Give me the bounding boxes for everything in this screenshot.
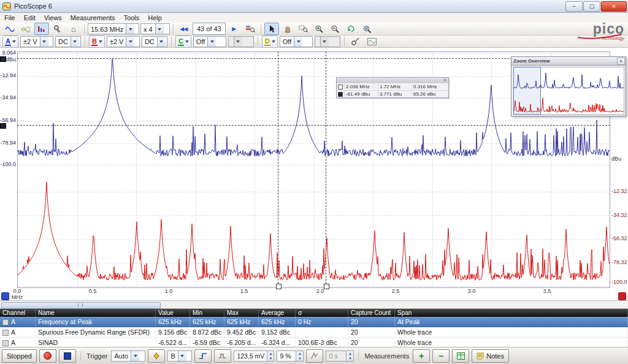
window-title: PicoScope 6: [14, 2, 52, 10]
zoom-full-icon[interactable]: [360, 23, 375, 35]
trigger-marker-icon[interactable]: [148, 349, 165, 363]
pre-trigger-field[interactable]: 9 % ▲▼: [277, 351, 304, 362]
chevron-down-icon[interactable]: [126, 37, 134, 47]
channel-a-range-dropdown[interactable]: ±2 V: [20, 36, 53, 47]
record-button[interactable]: [39, 349, 56, 363]
spectrum-range-dropdown[interactable]: 15.63 MHz: [88, 23, 139, 34]
spin-up-icon[interactable]: ▲: [296, 351, 303, 356]
horizontal-ruler-handle[interactable]: [0, 123, 6, 129]
vertical-ruler-2[interactable]: [326, 51, 326, 287]
channel-d-button[interactable]: D: [262, 36, 278, 48]
edit-measurement-button[interactable]: [452, 349, 469, 363]
delete-measurement-button[interactable]: −: [432, 349, 450, 363]
scrollbar-thumb[interactable]: [1, 302, 161, 309]
chevron-down-icon[interactable]: [207, 37, 216, 47]
zoom-factor-dropdown[interactable]: x 4: [140, 23, 170, 34]
chevron-down-icon[interactable]: [157, 37, 166, 47]
channel-c-button[interactable]: C: [175, 36, 191, 48]
chevron-down-icon[interactable]: [178, 351, 186, 361]
channel-c-coupling-value: [229, 37, 234, 47]
undo-zoom-icon[interactable]: [344, 23, 359, 35]
ruler-legend-level-row: -61.49 dBu 3.771 dBu 65.26 dBu: [337, 90, 448, 97]
ruler-legend-header[interactable]: ×: [337, 78, 448, 83]
spectrum-view-icon[interactable]: [34, 23, 49, 35]
menu-edit[interactable]: Edit: [20, 13, 40, 23]
vertical-ruler-1[interactable]: [278, 51, 278, 287]
menu-views[interactable]: Views: [40, 13, 66, 23]
close-icon[interactable]: ×: [617, 58, 625, 65]
chevron-down-icon[interactable]: [131, 351, 139, 361]
channel-marker: [2, 330, 9, 336]
trigger-source-dropdown[interactable]: B: [167, 351, 192, 362]
toolbar-separator: [84, 24, 85, 34]
measurement-row-sfdr[interactable]: A Spurious Free Dynamic Range (SFDR) 9.1…: [0, 327, 628, 338]
horizontal-ruler-2[interactable]: [17, 125, 610, 126]
stop-icon: [64, 352, 71, 360]
menu-help[interactable]: Help: [144, 13, 166, 23]
chevron-down-icon[interactable]: [71, 37, 79, 47]
menu-measurements[interactable]: Measurements: [66, 13, 120, 23]
scope-view-icon[interactable]: [2, 23, 17, 35]
menu-file[interactable]: File: [0, 13, 20, 23]
buffer-navigator-icon[interactable]: [243, 23, 258, 35]
channel-b-range-dropdown[interactable]: ±2 V: [107, 36, 140, 47]
chevron-down-icon[interactable]: [294, 37, 302, 47]
close-icon[interactable]: ×: [442, 78, 448, 82]
channel-a-button[interactable]: A: [2, 36, 18, 48]
run-state-button[interactable]: Stopped: [2, 349, 37, 363]
minimize-button[interactable]: –: [565, 1, 583, 12]
zoom-overview-titlebar[interactable]: Zoom Overview ×: [511, 57, 626, 66]
spin-down-icon[interactable]: ▼: [267, 356, 274, 361]
channel-b-button[interactable]: B: [89, 36, 105, 48]
rapid-trigger-icon[interactable]: [306, 349, 323, 363]
channel-c-range-dropdown[interactable]: Off: [193, 36, 226, 47]
close-button[interactable]: ×: [601, 1, 627, 12]
maximize-button[interactable]: ▢: [583, 1, 600, 12]
chevron-down-icon[interactable]: [155, 24, 164, 34]
window-controls: – ▢ ×: [565, 1, 627, 12]
notes-button[interactable]: Notes: [472, 349, 509, 363]
horizontal-scrollbar[interactable]: [0, 300, 628, 309]
spin-up-icon[interactable]: ▲: [267, 351, 274, 356]
buffer-position-field[interactable]: 43 of 43: [193, 23, 226, 35]
trigger-mode-dropdown[interactable]: Auto: [111, 351, 145, 362]
zoom-in-icon[interactable]: [312, 23, 327, 35]
marquee-zoom-icon[interactable]: [296, 23, 311, 35]
measurement-row-frequency-at-peak[interactable]: A Frequency at Peak 625 kHz 625 kHz 625 …: [0, 317, 628, 327]
probe-settings-icon[interactable]: [348, 36, 363, 48]
next-buffer-icon[interactable]: ▶: [227, 23, 242, 35]
record-icon: [44, 352, 52, 360]
persistence-view-icon[interactable]: [18, 23, 33, 35]
horizontal-ruler-handle[interactable]: [0, 56, 6, 62]
vertical-ruler-handle[interactable]: [276, 284, 281, 289]
chevron-down-icon[interactable]: [40, 37, 48, 47]
advanced-trigger-icon[interactable]: [214, 349, 231, 363]
statusbar-separator: [358, 351, 359, 361]
menu-tools[interactable]: Tools: [120, 13, 144, 23]
setup-wizard-icon[interactable]: [50, 23, 65, 35]
chevron-down-icon[interactable]: [126, 24, 134, 34]
stop-button[interactable]: [59, 349, 76, 363]
channel-marker: [2, 319, 9, 325]
cell-span: Whole trace: [395, 327, 628, 337]
channel-a-axis-handle[interactable]: [1, 292, 9, 300]
previous-buffers-icon[interactable]: ◀◀: [177, 23, 191, 35]
rising-edge-icon[interactable]: [194, 349, 212, 363]
vertical-ruler-handle[interactable]: [324, 284, 329, 289]
hand-tool-icon[interactable]: [280, 23, 295, 35]
pointer-tool-icon[interactable]: [264, 23, 279, 35]
trigger-level-field[interactable]: 123.5 mV ▲▼: [234, 351, 274, 362]
app-icon: [2, 2, 11, 10]
trigger-mode-value: Auto: [112, 351, 131, 361]
channel-d-range-dropdown[interactable]: Off: [280, 36, 313, 47]
zoom-out-icon[interactable]: [328, 23, 343, 35]
channel-b-coupling-dropdown[interactable]: DC: [142, 36, 167, 47]
zoom-overview-selection[interactable]: [513, 67, 541, 115]
spin-down-icon[interactable]: ▼: [296, 356, 303, 361]
cell-sigma: [296, 327, 348, 337]
home-view-icon[interactable]: ⌂: [66, 23, 81, 35]
signal-generator-icon[interactable]: [365, 36, 380, 48]
channel-a-coupling-dropdown[interactable]: DC: [55, 36, 81, 47]
add-measurement-button[interactable]: +: [413, 349, 430, 363]
channel-b-axis-handle[interactable]: [618, 292, 626, 300]
